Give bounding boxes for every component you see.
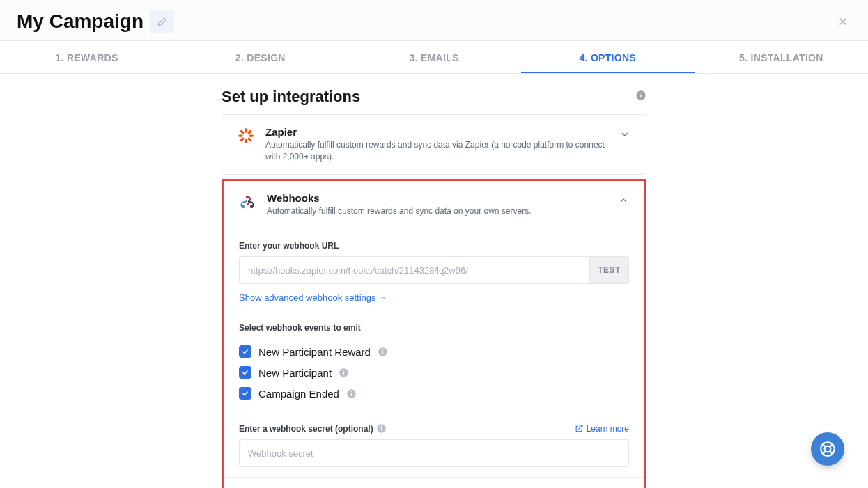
external-link-icon bbox=[575, 424, 584, 433]
svg-rect-18 bbox=[343, 372, 344, 375]
webhook-secret-input[interactable] bbox=[239, 439, 629, 467]
info-icon[interactable] bbox=[339, 368, 349, 378]
lifebuoy-icon bbox=[819, 440, 837, 458]
learn-more-link[interactable]: Learn more bbox=[575, 424, 629, 434]
svg-point-11 bbox=[246, 195, 249, 198]
checkbox-icon bbox=[239, 387, 251, 400]
svg-line-31 bbox=[830, 451, 832, 454]
events-label: Select webhook events to emit bbox=[239, 323, 629, 333]
svg-rect-2 bbox=[640, 93, 641, 93]
webhooks-highlight: Webhooks Automatically fulfill custom re… bbox=[222, 179, 646, 488]
svg-point-13 bbox=[250, 205, 253, 207]
chevron-up-icon bbox=[379, 294, 387, 302]
page-title: My Campaign bbox=[17, 10, 144, 33]
svg-rect-3 bbox=[245, 128, 247, 133]
zapier-card: Zapier Automatically fulfill custom rewa… bbox=[222, 114, 646, 175]
svg-rect-19 bbox=[343, 370, 344, 371]
webhooks-icon bbox=[238, 192, 257, 212]
svg-line-29 bbox=[830, 443, 832, 446]
webhook-url-label: Enter your webhook URL bbox=[239, 241, 629, 251]
event-label: New Participant bbox=[258, 367, 332, 379]
edit-title-button[interactable] bbox=[150, 10, 174, 33]
svg-rect-10 bbox=[247, 137, 252, 142]
event-label: New Participant Reward bbox=[258, 346, 371, 358]
chevron-up-icon bbox=[618, 195, 630, 207]
tab-design[interactable]: 2. DESIGN bbox=[173, 41, 347, 73]
svg-rect-5 bbox=[238, 134, 243, 136]
section-title: Set up integrations bbox=[222, 88, 626, 106]
svg-rect-1 bbox=[640, 95, 641, 98]
info-icon[interactable] bbox=[378, 347, 388, 357]
svg-rect-22 bbox=[351, 391, 352, 392]
header-bar: My Campaign bbox=[0, 0, 868, 40]
svg-rect-4 bbox=[245, 139, 247, 143]
svg-rect-21 bbox=[351, 393, 352, 395]
webhooks-toggle[interactable]: Webhooks Automatically fulfill custom re… bbox=[224, 181, 644, 228]
svg-rect-7 bbox=[247, 129, 252, 134]
svg-rect-9 bbox=[240, 129, 245, 134]
svg-rect-24 bbox=[381, 428, 382, 431]
svg-rect-25 bbox=[381, 426, 382, 427]
tab-emails[interactable]: 3. EMAILS bbox=[347, 41, 520, 73]
tab-rewards[interactable]: 1. REWARDS bbox=[0, 41, 173, 73]
zapier-toggle[interactable]: Zapier Automatically fulfill custom rewa… bbox=[222, 115, 646, 174]
svg-line-28 bbox=[822, 443, 825, 446]
zapier-title: Zapier bbox=[265, 126, 610, 138]
webhooks-title: Webhooks bbox=[267, 192, 608, 204]
event-row-campaign-ended[interactable]: Campaign Ended bbox=[239, 383, 629, 404]
info-icon[interactable] bbox=[346, 388, 357, 399]
svg-rect-6 bbox=[249, 134, 254, 136]
svg-rect-16 bbox=[382, 349, 383, 350]
checkbox-icon bbox=[239, 345, 251, 358]
tab-installation[interactable]: 5. INSTALLATION bbox=[695, 41, 868, 73]
checkbox-icon bbox=[239, 366, 251, 379]
show-advanced-link[interactable]: Show advanced webhook settings bbox=[239, 292, 387, 303]
chevron-down-icon bbox=[619, 129, 632, 141]
secret-label: Enter a webhook secret (optional) bbox=[239, 423, 387, 434]
info-icon[interactable] bbox=[376, 423, 387, 434]
close-icon bbox=[837, 15, 849, 28]
svg-point-12 bbox=[242, 205, 245, 207]
webhook-url-input[interactable] bbox=[239, 256, 590, 284]
event-label: Campaign Ended bbox=[258, 388, 339, 400]
svg-rect-8 bbox=[240, 137, 245, 142]
wizard-tabs: 1. REWARDS 2. DESIGN 3. EMAILS 4. OPTION… bbox=[0, 41, 868, 73]
svg-point-27 bbox=[825, 446, 831, 452]
zapier-desc: Automatically fulfill custom rewards and… bbox=[265, 139, 610, 163]
zapier-icon bbox=[236, 126, 256, 145]
help-fab-button[interactable] bbox=[811, 432, 844, 466]
svg-rect-15 bbox=[382, 351, 383, 354]
tab-options[interactable]: 4. OPTIONS bbox=[521, 41, 695, 73]
close-button[interactable] bbox=[835, 13, 851, 30]
svg-line-30 bbox=[822, 451, 825, 454]
event-row-new-participant-reward[interactable]: New Participant Reward bbox=[239, 341, 629, 362]
pencil-icon bbox=[157, 16, 168, 27]
webhooks-desc: Automatically fulfill custom rewards and… bbox=[267, 205, 608, 217]
test-button[interactable]: TEST bbox=[590, 256, 629, 284]
event-row-new-participant[interactable]: New Participant bbox=[239, 362, 629, 383]
info-icon[interactable] bbox=[635, 90, 646, 104]
